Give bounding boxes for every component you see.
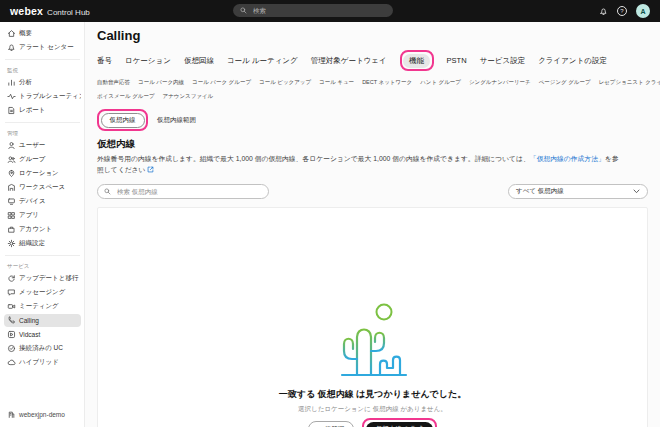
empty-state-actions: 一括管理 仮想内線 を作成	[308, 418, 436, 427]
sidebar-item-account[interactable]: アカウント	[4, 223, 81, 236]
sidebar-section-monitoring: 監視	[7, 67, 78, 74]
location-pin-icon	[7, 169, 16, 178]
sidebar-item-workspaces[interactable]: ワークスペース	[4, 181, 81, 194]
subnav-voicemail-group[interactable]: ボイスメール グループ	[97, 93, 155, 102]
device-icon	[7, 197, 16, 206]
sidebar-item-label: ハイブリッド	[19, 358, 59, 367]
play-icon	[7, 330, 16, 339]
tab-pstn[interactable]: PSTN	[447, 56, 467, 65]
main-content: Calling 番号 ロケーション 仮想回線 コール ルーティング 管理対象ゲー…	[85, 22, 660, 427]
webex-logo: webex	[10, 5, 43, 17]
sidebar-item-org-settings[interactable]: 組織設定	[4, 237, 81, 250]
sidebar-item-vidcast[interactable]: Vidcast	[4, 328, 81, 341]
tab-bar: 番号 ロケーション 仮想回線 コール ルーティング 管理対象ゲートウェイ 機能 …	[97, 50, 648, 71]
tab-virtual-lines[interactable]: 仮想回線	[184, 56, 214, 66]
toggle-virtual-extension-range[interactable]: 仮想内線範囲	[157, 116, 196, 125]
building-icon	[7, 410, 16, 419]
empty-state-title: 一致する 仮想内線 は見つかりませんでした。	[279, 388, 467, 401]
annotation-highlight-create-button: 仮想内線 を作成	[362, 418, 436, 427]
header-actions: ? A	[599, 4, 650, 18]
account-icon	[7, 225, 16, 234]
subnav-call-park-group[interactable]: コール パーク グループ	[192, 79, 251, 88]
top-header: webex Control Hub ? A	[0, 0, 660, 22]
subnav-announcement-files[interactable]: アナウンスファイル	[163, 93, 214, 102]
subnav-hunt-group[interactable]: ハント グループ	[420, 79, 461, 88]
sidebar-item-groups[interactable]: グループ	[4, 153, 81, 166]
group-icon	[7, 155, 16, 164]
sidebar-item-analytics[interactable]: 分析	[4, 76, 81, 89]
sidebar-item-devices[interactable]: デバイス	[4, 195, 81, 208]
annotation-highlight-features-tab: 機能	[400, 50, 434, 71]
sidebar-item-calling[interactable]: Calling	[4, 314, 81, 327]
toggle-virtual-extension[interactable]: 仮想内線	[101, 113, 145, 128]
sidebar-item-overview[interactable]: 概要	[4, 27, 81, 40]
virtual-extension-search[interactable]	[97, 184, 269, 199]
sidebar-item-label: ユーザー	[19, 141, 45, 150]
subnav-single-number-reach[interactable]: シングルナンバーリーチ	[469, 79, 531, 88]
sidebar-item-label: アカウント	[19, 225, 52, 234]
sidebar: 概要 アラート センター 監視 分析 トラブルシューティング レポート 管理	[0, 22, 85, 427]
subnav-dect-network[interactable]: DECT ネットワーク	[362, 79, 412, 88]
tab-service-settings[interactable]: サービス設定	[480, 56, 526, 66]
global-search-input[interactable]	[251, 6, 386, 15]
sidebar-item-troubleshooting[interactable]: トラブルシューティング	[4, 90, 81, 103]
tab-locations[interactable]: ロケーション	[125, 56, 171, 66]
report-icon	[7, 106, 16, 115]
subnav-call-pickup[interactable]: コール ピックアップ	[259, 79, 311, 88]
global-search[interactable]	[233, 4, 393, 17]
results-panel: 一致する 仮想内線 は見つかりませんでした。 選択したロケーションに 仮想内線 …	[97, 207, 648, 427]
sidebar-item-alert-center[interactable]: アラート センター	[4, 41, 81, 54]
sidebar-item-hybrid[interactable]: ハイブリッド	[4, 356, 81, 369]
subnav-auto-attendant[interactable]: 自動音声応答	[97, 79, 130, 88]
sidebar-item-reports[interactable]: レポート	[4, 104, 81, 117]
tab-features[interactable]: 機能	[403, 54, 430, 68]
tab-call-routing[interactable]: コール ルーティング	[227, 56, 298, 66]
sidebar-divider	[5, 59, 80, 60]
view-toggle: 仮想内線 仮想内線範囲	[97, 109, 648, 131]
sidebar-item-users[interactable]: ユーザー	[4, 139, 81, 152]
sidebar-item-label: デバイス	[19, 197, 46, 206]
org-name: webexjpn-demo	[19, 411, 65, 418]
sidebar-item-label: レポート	[19, 106, 45, 115]
sidebar-item-label: ワークスペース	[19, 183, 65, 192]
avatar[interactable]: A	[636, 4, 650, 18]
apps-icon	[7, 211, 16, 220]
virtual-extension-search-input[interactable]	[115, 187, 262, 196]
feature-subnav-row1: 自動音声応答 コール パーク内線 コール パーク グループ コール ピックアップ…	[97, 79, 648, 88]
tab-numbers[interactable]: 番号	[97, 56, 112, 66]
help-icon[interactable]: ?	[617, 6, 627, 16]
location-filter-dropdown[interactable]: すべて 仮想内線	[508, 184, 648, 199]
gear-icon	[7, 239, 16, 248]
notifications-bell-icon[interactable]	[599, 7, 608, 16]
sidebar-item-label: Calling	[19, 317, 39, 324]
subnav-paging-group[interactable]: ページング グループ	[539, 79, 591, 88]
sidebar-item-apps[interactable]: アプリ	[4, 209, 81, 222]
subnav-receptionist-client[interactable]: レセプショニスト クライアント	[599, 79, 660, 88]
refresh-icon	[7, 274, 16, 283]
sidebar-item-locations[interactable]: ロケーション	[4, 167, 81, 180]
tab-client-settings[interactable]: クライアントの設定	[538, 56, 607, 66]
section-heading: 仮想内線	[97, 138, 648, 151]
bulk-manage-button[interactable]: 一括管理	[308, 421, 354, 427]
org-switcher[interactable]: webexjpn-demo	[4, 408, 81, 421]
bell-icon	[7, 43, 16, 52]
sidebar-divider	[5, 122, 80, 123]
chevron-down-icon	[633, 189, 640, 194]
sidebar-item-label: アップデートと移行	[19, 274, 78, 283]
subnav-call-park-extension[interactable]: コール パーク内線	[138, 79, 184, 88]
subnav-call-queue[interactable]: コール キュー	[319, 79, 354, 88]
annotation-highlight-virtual-extension-toggle: 仮想内線	[97, 109, 148, 131]
sidebar-item-connected-uc[interactable]: 接続済みの UC	[4, 342, 81, 355]
sidebar-item-label: 概要	[19, 29, 32, 38]
external-link-icon	[147, 166, 154, 173]
tab-managed-gateways[interactable]: 管理対象ゲートウェイ	[311, 56, 387, 66]
create-virtual-extension-button[interactable]: 仮想内線 を作成	[366, 422, 433, 427]
pulse-icon	[7, 92, 16, 101]
sidebar-item-updates-migration[interactable]: アップデートと移行	[4, 272, 81, 285]
video-camera-icon	[7, 302, 16, 311]
sidebar-item-messaging[interactable]: メッセージング	[4, 286, 81, 299]
sidebar-item-meetings[interactable]: ミーティング	[4, 300, 81, 313]
sidebar-item-label: ロケーション	[19, 169, 59, 178]
how-to-create-link[interactable]: 「仮想内線の作成方法」	[530, 155, 605, 162]
sidebar-item-label: 組織設定	[19, 239, 45, 248]
